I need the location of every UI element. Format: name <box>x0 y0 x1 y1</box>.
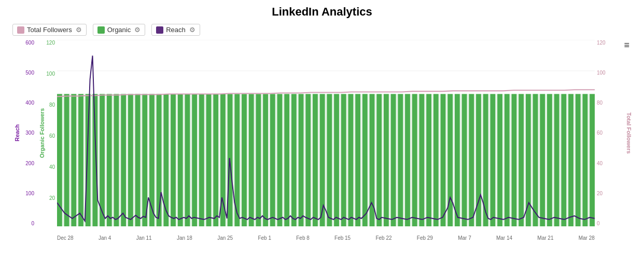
legend-item-reach[interactable]: Reach ⚙ <box>151 24 200 36</box>
legend-item-organic[interactable]: Organic ⚙ <box>93 24 146 36</box>
x-label-mar28: Mar 28 <box>579 235 595 241</box>
total-followers-gear-icon[interactable]: ⚙ <box>76 26 82 34</box>
reach-label: Reach <box>166 26 186 34</box>
reach-gear-icon[interactable]: ⚙ <box>189 26 195 34</box>
legend-item-total-followers[interactable]: Total Followers ⚙ <box>12 24 87 36</box>
svg-rect-9 <box>57 94 595 226</box>
organic-label: Organic <box>107 26 131 34</box>
x-label-feb1: Feb 1 <box>258 235 271 241</box>
page-container: LinkedIn Analytics Total Followers ⚙ Org… <box>0 0 644 275</box>
x-label-mar14: Mar 14 <box>496 235 512 241</box>
chart-canvas <box>57 40 595 226</box>
total-followers-label: Total Followers <box>27 26 72 34</box>
reach-swatch <box>156 26 163 34</box>
y-axis-followers-title: Total Followers <box>626 112 632 154</box>
x-label-mar7: Mar 7 <box>458 235 471 241</box>
x-label-feb22: Feb 22 <box>375 235 391 241</box>
y-axis-reach: 600 500 400 300 200 100 0 <box>10 40 36 226</box>
x-label-feb29: Feb 29 <box>417 235 433 241</box>
x-label-feb15: Feb 15 <box>334 235 351 241</box>
x-label-mar21: Mar 21 <box>537 235 553 241</box>
x-axis: Dec 28 Jan 4 Jan 11 Jan 18 Jan 25 Feb 1 … <box>57 226 595 242</box>
x-label-jan18: Jan 18 <box>177 235 192 241</box>
legend-bar: Total Followers ⚙ Organic ⚙ Reach ⚙ <box>10 24 634 36</box>
x-label-jan4: Jan 4 <box>99 235 111 241</box>
x-label-dec28: Dec 28 <box>57 235 74 241</box>
x-label-jan11: Jan 11 <box>136 235 152 241</box>
y-axis-organic: 120 100 80 60 40 20 <box>36 40 57 226</box>
x-label-jan25: Jan 25 <box>217 235 233 241</box>
chart-svg <box>57 40 595 226</box>
page-title: LinkedIn Analytics <box>10 5 634 19</box>
organic-gear-icon[interactable]: ⚙ <box>134 26 141 34</box>
total-followers-swatch <box>17 26 24 34</box>
y-axis-followers: 120 100 80 60 40 20 0 <box>595 40 615 226</box>
x-label-feb8: Feb 8 <box>296 235 310 241</box>
chart-area: ≡ Reach Organic Followers Total Follower… <box>10 40 634 242</box>
organic-swatch <box>97 26 105 34</box>
